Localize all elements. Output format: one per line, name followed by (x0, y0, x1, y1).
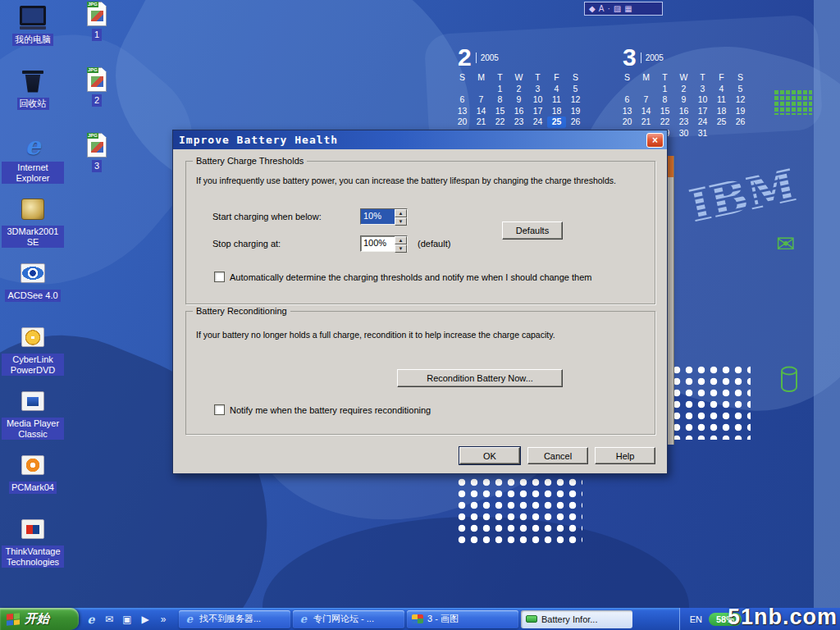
ok-button[interactable]: OK (459, 447, 520, 464)
stop-charging-value[interactable]: 100% (361, 236, 395, 251)
calendar-day[interactable]: 24 (693, 116, 712, 128)
calendar-day[interactable]: 10 (693, 94, 712, 106)
calendar-day[interactable]: 19 (566, 106, 585, 117)
dialog-titlebar[interactable]: Improve Battery Health × (173, 130, 667, 149)
calendar-day[interactable]: 4 (712, 84, 731, 95)
calendar-day[interactable]: 3 (693, 84, 712, 95)
taskbar-task[interactable]: 3 - 画图 (407, 610, 518, 628)
show-desktop-icon[interactable]: ▣ (120, 612, 135, 627)
notify-reconditioning-label[interactable]: Notify me when the battery requires reco… (230, 405, 431, 415)
calendar-day[interactable]: 6 (618, 94, 637, 106)
media-player-icon[interactable]: ▶ (138, 612, 153, 627)
calendar-day[interactable]: 8 (655, 94, 674, 106)
calendar-day[interactable]: 22 (491, 116, 509, 128)
ime-handle-icon[interactable]: ◆ (589, 5, 596, 13)
calendar-day[interactable]: 25 (547, 116, 566, 128)
desktop-icon-my-computer[interactable]: 我的电脑 (2, 3, 64, 67)
calendar-day[interactable]: 16 (674, 106, 693, 117)
ime-mode-icon[interactable]: A (599, 5, 605, 13)
desktop-icon-acdsee[interactable]: ACDSee 4.0 (2, 259, 64, 323)
more-chevron-icon[interactable]: » (156, 612, 171, 627)
start-charging-value[interactable]: 10% (361, 209, 395, 224)
calendar-day[interactable]: 14 (472, 106, 491, 117)
defaults-button[interactable]: Defaults (502, 221, 563, 240)
top-widget[interactable]: ◆A·▨▦ (584, 2, 663, 16)
internet-explorer-icon[interactable]: e (84, 612, 98, 627)
calendar-day[interactable]: 20 (453, 116, 472, 128)
calendar-day[interactable]: 22 (655, 116, 674, 128)
notify-reconditioning-checkbox[interactable] (214, 404, 225, 415)
mail-icon[interactable]: ✉ (102, 612, 116, 627)
calendar-day[interactable]: 24 (528, 116, 547, 128)
taskbar-task[interactable]: e找不到服务器... (179, 610, 290, 628)
auto-determine-label[interactable]: Automatically determine the charging thr… (230, 272, 591, 282)
spin-up-icon[interactable]: ▲ (395, 209, 407, 217)
desktop-icon-recycle-bin[interactable]: 回收站 (2, 67, 64, 131)
calendar-day[interactable]: 9 (674, 94, 693, 106)
calendar-day[interactable]: 18 (547, 106, 566, 117)
calendar-day[interactable]: 2 (674, 84, 693, 95)
calendar-day[interactable]: 25 (712, 116, 731, 128)
calendar-day[interactable]: 7 (472, 94, 491, 106)
auto-determine-checkbox[interactable] (214, 272, 225, 282)
calendar-day[interactable]: 31 (693, 128, 712, 139)
calendar-day[interactable]: 11 (547, 94, 566, 106)
spin-up-icon[interactable]: ▲ (395, 236, 407, 244)
calendar-day[interactable]: 21 (472, 116, 491, 128)
calendar-day[interactable]: 13 (618, 106, 637, 117)
start-charging-spinner[interactable]: 10% ▲▼ (360, 208, 408, 225)
calendar-day[interactable]: 15 (491, 106, 509, 117)
calendar-day[interactable]: 5 (566, 84, 585, 95)
taskbar-task[interactable]: e专门网论坛 - ... (293, 610, 404, 628)
calendar-day[interactable]: 15 (655, 106, 674, 117)
calendar-day[interactable]: 19 (731, 106, 750, 117)
calendar-day[interactable]: 14 (637, 106, 655, 117)
calendar-day[interactable]: 1 (655, 84, 674, 95)
calendar-day[interactable]: 5 (731, 84, 750, 95)
calendar-day[interactable]: 20 (618, 116, 637, 128)
close-icon[interactable]: × (646, 133, 664, 148)
calendar-day[interactable]: 7 (637, 94, 655, 106)
ime-pen-icon[interactable]: ▨ (614, 5, 621, 13)
calendar-day[interactable]: 12 (566, 94, 585, 106)
calendar-day[interactable]: 17 (693, 106, 712, 117)
calendar-day[interactable]: 23 (674, 116, 693, 128)
calendar-day[interactable]: 4 (547, 84, 566, 95)
ime-punctuation-icon[interactable]: · (607, 5, 609, 13)
desktop-icon-pcmark[interactable]: PCMark04 (2, 451, 64, 515)
calendar-day[interactable]: 9 (509, 94, 528, 106)
calendar-day[interactable]: 26 (731, 116, 750, 128)
calendar-day[interactable]: 13 (453, 106, 472, 117)
stop-charging-spinner[interactable]: 100% ▲▼ (360, 235, 408, 252)
desktop-icon-mpc[interactable]: Media Player Classic (2, 387, 64, 451)
calendar-day[interactable]: 18 (712, 106, 731, 117)
calendar-day[interactable]: 30 (674, 128, 693, 139)
calendar-day[interactable]: 3 (528, 84, 547, 95)
desktop-icon-jpg-3[interactable]: JPG3 (72, 133, 121, 199)
language-indicator[interactable]: EN (690, 614, 702, 624)
calendar-day[interactable]: 17 (528, 106, 547, 117)
calendar-day[interactable]: 10 (528, 94, 547, 106)
start-button[interactable]: 开始 (0, 608, 79, 630)
calendar-day[interactable]: 21 (637, 116, 655, 128)
desktop-icon-jpg-2[interactable]: JPG2 (72, 67, 121, 133)
calendar-day[interactable]: 6 (453, 94, 472, 106)
help-button[interactable]: Help (595, 447, 655, 464)
taskbar-task[interactable]: Battery Infor... (521, 610, 632, 628)
ime-keyboard-icon[interactable]: ▦ (624, 5, 632, 13)
calendar-day[interactable]: 11 (712, 94, 731, 106)
calendar-day[interactable]: 23 (509, 116, 528, 128)
desktop-icon-internet-explorer[interactable]: eInternet Explorer (2, 131, 64, 195)
desktop-icon-thinkvantage[interactable]: ThinkVantage Technologies (2, 515, 64, 579)
spin-down-icon[interactable]: ▼ (395, 244, 407, 253)
cancel-button[interactable]: Cancel (527, 447, 588, 464)
spinner-arrows[interactable]: ▲▼ (395, 209, 407, 224)
spin-down-icon[interactable]: ▼ (395, 217, 407, 226)
desktop-icon-jpg-1[interactable]: JPG1 (72, 2, 121, 67)
calendar-day[interactable]: 8 (491, 94, 509, 106)
calendar-day[interactable]: 16 (509, 106, 528, 117)
desktop-icon-3dmark2001[interactable]: 3DMark2001 SE (2, 195, 64, 259)
spinner-arrows[interactable]: ▲▼ (395, 236, 407, 251)
recondition-battery-button[interactable]: Recondition Battery Now... (397, 369, 563, 387)
calendar-day[interactable]: 2 (509, 84, 528, 95)
